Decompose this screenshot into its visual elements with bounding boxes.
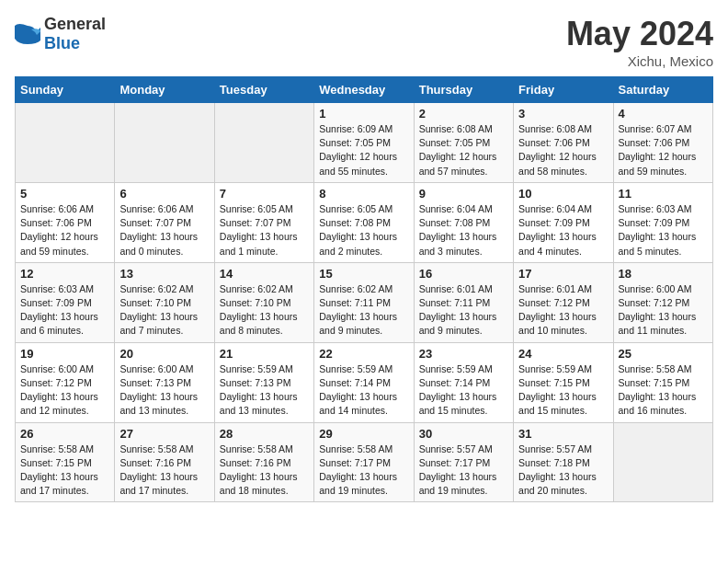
day-info: Sunrise: 6:01 AMSunset: 7:12 PMDaylight:… <box>518 282 608 339</box>
logo-text: General Blue <box>44 15 106 53</box>
day-number: 5 <box>20 187 109 201</box>
calendar-cell: 13Sunrise: 6:02 AMSunset: 7:10 PMDayligh… <box>115 262 214 342</box>
weekday-header-saturday: Saturday <box>613 77 712 103</box>
day-info: Sunrise: 5:59 AMSunset: 7:15 PMDaylight:… <box>518 362 608 419</box>
calendar-cell: 28Sunrise: 5:58 AMSunset: 7:16 PMDayligh… <box>214 422 313 502</box>
day-info: Sunrise: 6:05 AMSunset: 7:08 PMDaylight:… <box>319 202 408 259</box>
calendar-cell: 5Sunrise: 6:06 AMSunset: 7:06 PMDaylight… <box>16 182 115 262</box>
calendar-title: May 2024 <box>566 15 713 53</box>
weekday-header-row: SundayMondayTuesdayWednesdayThursdayFrid… <box>16 77 713 103</box>
day-number: 17 <box>518 267 608 281</box>
day-number: 10 <box>518 187 608 201</box>
calendar-week-4: 19Sunrise: 6:00 AMSunset: 7:12 PMDayligh… <box>16 342 713 422</box>
calendar-cell: 15Sunrise: 6:02 AMSunset: 7:11 PMDayligh… <box>314 262 414 342</box>
calendar-week-1: 1Sunrise: 6:09 AMSunset: 7:05 PMDaylight… <box>16 103 713 183</box>
calendar-cell: 18Sunrise: 6:00 AMSunset: 7:12 PMDayligh… <box>613 262 712 342</box>
day-number: 31 <box>518 427 608 441</box>
day-number: 29 <box>319 427 408 441</box>
calendar-cell <box>16 103 115 183</box>
day-number: 9 <box>419 187 508 201</box>
day-number: 8 <box>319 187 408 201</box>
calendar-cell <box>613 422 712 502</box>
day-info: Sunrise: 6:06 AMSunset: 7:06 PMDaylight:… <box>20 202 109 259</box>
day-info: Sunrise: 5:58 AMSunset: 7:15 PMDaylight:… <box>619 362 708 419</box>
calendar-cell: 16Sunrise: 6:01 AMSunset: 7:11 PMDayligh… <box>414 262 513 342</box>
day-number: 15 <box>319 267 408 281</box>
day-info: Sunrise: 6:07 AMSunset: 7:06 PMDaylight:… <box>619 122 708 178</box>
calendar-cell: 11Sunrise: 6:03 AMSunset: 7:09 PMDayligh… <box>613 182 712 262</box>
calendar-cell: 1Sunrise: 6:09 AMSunset: 7:05 PMDaylight… <box>314 103 414 183</box>
day-info: Sunrise: 5:58 AMSunset: 7:17 PMDaylight:… <box>319 442 408 499</box>
day-info: Sunrise: 6:05 AMSunset: 7:07 PMDaylight:… <box>220 202 309 259</box>
calendar-week-3: 12Sunrise: 6:03 AMSunset: 7:09 PMDayligh… <box>16 262 713 342</box>
calendar-cell <box>214 103 313 183</box>
day-info: Sunrise: 6:03 AMSunset: 7:09 PMDaylight:… <box>619 202 708 259</box>
calendar-cell: 17Sunrise: 6:01 AMSunset: 7:12 PMDayligh… <box>514 262 613 342</box>
weekday-header-thursday: Thursday <box>414 77 513 103</box>
calendar-week-2: 5Sunrise: 6:06 AMSunset: 7:06 PMDaylight… <box>16 182 713 262</box>
day-info: Sunrise: 6:00 AMSunset: 7:12 PMDaylight:… <box>619 282 708 339</box>
day-number: 26 <box>20 427 109 441</box>
calendar-cell: 6Sunrise: 6:06 AMSunset: 7:07 PMDaylight… <box>115 182 214 262</box>
day-info: Sunrise: 6:08 AMSunset: 7:05 PMDaylight:… <box>419 122 508 178</box>
day-info: Sunrise: 5:59 AMSunset: 7:13 PMDaylight:… <box>220 362 309 419</box>
calendar-cell: 2Sunrise: 6:08 AMSunset: 7:05 PMDaylight… <box>414 103 513 183</box>
day-info: Sunrise: 6:00 AMSunset: 7:12 PMDaylight:… <box>20 362 109 419</box>
calendar-cell: 3Sunrise: 6:08 AMSunset: 7:06 PMDaylight… <box>514 103 613 183</box>
day-number: 28 <box>220 427 309 441</box>
calendar-cell: 23Sunrise: 5:59 AMSunset: 7:14 PMDayligh… <box>414 342 513 422</box>
logo-blue: Blue <box>44 34 80 52</box>
day-info: Sunrise: 5:58 AMSunset: 7:15 PMDaylight:… <box>20 442 109 499</box>
calendar-cell <box>115 103 214 183</box>
day-info: Sunrise: 6:08 AMSunset: 7:06 PMDaylight:… <box>518 122 608 178</box>
day-info: Sunrise: 6:01 AMSunset: 7:11 PMDaylight:… <box>419 282 508 339</box>
calendar-cell: 20Sunrise: 6:00 AMSunset: 7:13 PMDayligh… <box>115 342 214 422</box>
weekday-header-sunday: Sunday <box>16 77 115 103</box>
calendar-cell: 30Sunrise: 5:57 AMSunset: 7:17 PMDayligh… <box>414 422 513 502</box>
logo-icon <box>15 24 40 44</box>
day-number: 16 <box>419 267 508 281</box>
weekday-header-wednesday: Wednesday <box>314 77 414 103</box>
day-number: 14 <box>220 267 309 281</box>
calendar-cell: 9Sunrise: 6:04 AMSunset: 7:08 PMDaylight… <box>414 182 513 262</box>
day-number: 6 <box>119 187 209 201</box>
calendar-cell: 21Sunrise: 5:59 AMSunset: 7:13 PMDayligh… <box>214 342 313 422</box>
calendar-cell: 12Sunrise: 6:03 AMSunset: 7:09 PMDayligh… <box>16 262 115 342</box>
day-number: 22 <box>319 347 408 361</box>
day-number: 23 <box>419 347 508 361</box>
day-number: 30 <box>419 427 508 441</box>
calendar-cell: 29Sunrise: 5:58 AMSunset: 7:17 PMDayligh… <box>314 422 414 502</box>
calendar-cell: 19Sunrise: 6:00 AMSunset: 7:12 PMDayligh… <box>16 342 115 422</box>
day-info: Sunrise: 6:02 AMSunset: 7:10 PMDaylight:… <box>119 282 209 339</box>
title-block: May 2024 Xichu, Mexico <box>566 15 713 69</box>
day-info: Sunrise: 6:09 AMSunset: 7:05 PMDaylight:… <box>319 122 408 178</box>
calendar-header: SundayMondayTuesdayWednesdayThursdayFrid… <box>16 77 713 103</box>
calendar-cell: 26Sunrise: 5:58 AMSunset: 7:15 PMDayligh… <box>16 422 115 502</box>
calendar-cell: 7Sunrise: 6:05 AMSunset: 7:07 PMDaylight… <box>214 182 313 262</box>
day-info: Sunrise: 6:04 AMSunset: 7:09 PMDaylight:… <box>518 202 608 259</box>
weekday-header-friday: Friday <box>514 77 613 103</box>
calendar-cell: 31Sunrise: 5:57 AMSunset: 7:18 PMDayligh… <box>514 422 613 502</box>
day-number: 21 <box>220 347 309 361</box>
day-info: Sunrise: 5:59 AMSunset: 7:14 PMDaylight:… <box>319 362 408 419</box>
day-info: Sunrise: 6:00 AMSunset: 7:13 PMDaylight:… <box>119 362 209 419</box>
day-info: Sunrise: 6:02 AMSunset: 7:11 PMDaylight:… <box>319 282 408 339</box>
day-info: Sunrise: 5:59 AMSunset: 7:14 PMDaylight:… <box>419 362 508 419</box>
logo: General Blue <box>15 15 106 53</box>
day-info: Sunrise: 6:04 AMSunset: 7:08 PMDaylight:… <box>419 202 508 259</box>
calendar-cell: 22Sunrise: 5:59 AMSunset: 7:14 PMDayligh… <box>314 342 414 422</box>
calendar-table: SundayMondayTuesdayWednesdayThursdayFrid… <box>15 76 713 502</box>
calendar-cell: 24Sunrise: 5:59 AMSunset: 7:15 PMDayligh… <box>514 342 613 422</box>
page-header: General Blue May 2024 Xichu, Mexico <box>15 15 713 69</box>
day-number: 18 <box>619 267 708 281</box>
day-number: 24 <box>518 347 608 361</box>
day-number: 1 <box>319 107 408 121</box>
weekday-header-monday: Monday <box>115 77 214 103</box>
day-number: 11 <box>619 187 708 201</box>
day-info: Sunrise: 5:57 AMSunset: 7:18 PMDaylight:… <box>518 442 608 499</box>
day-info: Sunrise: 6:02 AMSunset: 7:10 PMDaylight:… <box>220 282 309 339</box>
calendar-week-5: 26Sunrise: 5:58 AMSunset: 7:15 PMDayligh… <box>16 422 713 502</box>
day-info: Sunrise: 5:58 AMSunset: 7:16 PMDaylight:… <box>220 442 309 499</box>
day-info: Sunrise: 6:06 AMSunset: 7:07 PMDaylight:… <box>119 202 209 259</box>
day-number: 12 <box>20 267 109 281</box>
